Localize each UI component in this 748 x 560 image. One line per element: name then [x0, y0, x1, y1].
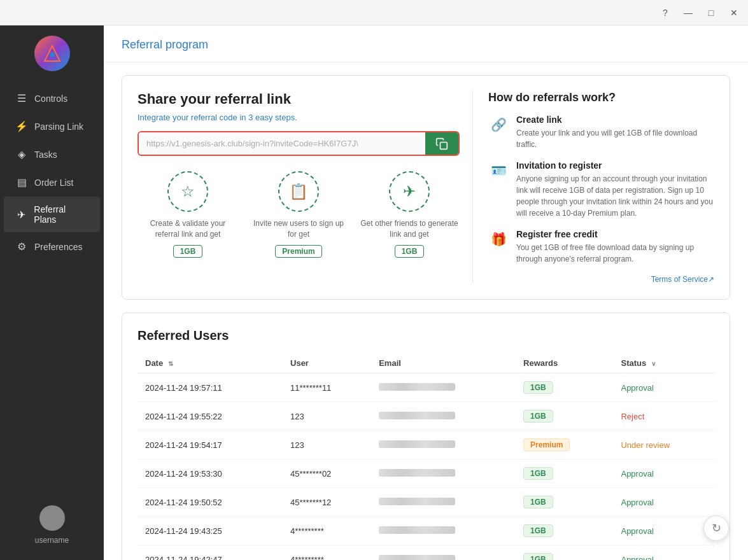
how-icon-2: 🎁 [488, 229, 509, 249]
cell-user: 4********* [283, 517, 371, 545]
table-row: 2024-11-24 19:54:17 123 Premium Under re… [138, 431, 714, 459]
how-item-title-2: Register free credit [516, 229, 714, 239]
cell-status: Approval [613, 459, 714, 488]
status-text: Approval [621, 469, 653, 479]
cell-user: 45*******12 [283, 488, 371, 517]
cell-status: Approval [613, 374, 714, 402]
copy-link-button[interactable] [425, 132, 458, 155]
minimize-button[interactable]: — [682, 6, 695, 19]
referral-card: Share your referral link Integrate your … [122, 75, 730, 300]
how-item-title-1: Invitation to register [516, 160, 714, 171]
sidebar-item-order-list[interactable]: ▤Order List [4, 169, 100, 196]
terms-link[interactable]: Terms of Service↗ [488, 275, 714, 284]
svg-rect-3 [441, 142, 448, 149]
reward-badge: Premium [523, 438, 570, 451]
col-email: Email [371, 353, 516, 374]
step-badge-0: 1GB [173, 245, 203, 258]
cell-date: 2024-11-24 19:53:30 [138, 459, 283, 488]
table-row: 2024-11-24 19:42:47 4********* 1GB Appro… [138, 545, 714, 561]
reward-badge: 1GB [523, 381, 553, 394]
status-text: Approval [621, 383, 653, 393]
cell-email [371, 402, 516, 431]
tasks-icon: ◈ [15, 148, 28, 160]
sidebar-item-label: Parsing Link [34, 122, 83, 132]
cell-email [371, 545, 516, 561]
referred-title: Referred Users [138, 328, 714, 343]
step-circle-0: ☆ [167, 171, 208, 212]
how-item-desc-0: Create your link and you will get 1GB of… [516, 127, 714, 150]
sidebar-item-parsing-link[interactable]: ⚡Parsing Link [4, 113, 100, 140]
cell-date: 2024-11-24 19:55:22 [138, 402, 283, 431]
cell-date: 2024-11-24 19:43:25 [138, 517, 283, 545]
col-status: Status ∨ [613, 353, 714, 374]
referred-users-table: Date ⇅ User Email Rewards Status ∨ 2024-… [138, 353, 714, 560]
cell-email [371, 459, 516, 488]
email-blur [379, 412, 455, 419]
cell-user: 123 [283, 402, 371, 431]
preferences-icon: ⚙ [15, 241, 28, 253]
sidebar-item-controls[interactable]: ☰Controls [4, 85, 100, 112]
step-item-1: 📋 Invite new users to sign up for get Pr… [248, 171, 349, 258]
email-blur [379, 469, 455, 477]
share-subtitle: Integrate your referral code in 3 easy s… [138, 113, 460, 122]
cell-status: Approval [613, 517, 714, 545]
how-item-desc-1: Anyone signing up for an account through… [516, 173, 714, 219]
sidebar-item-label: Order List [34, 178, 73, 188]
page-header: Referral program [104, 25, 748, 62]
cell-user: 123 [283, 431, 371, 459]
cell-reward: 1GB [516, 488, 613, 517]
copy-icon [435, 137, 448, 150]
cell-reward: Premium [516, 431, 613, 459]
reward-badge: 1GB [523, 553, 553, 560]
controls-icon: ☰ [15, 92, 28, 104]
sidebar-item-label: Preferences [34, 242, 82, 252]
scroll-button[interactable]: ↻ [703, 515, 729, 541]
table-header-row: Date ⇅ User Email Rewards Status ∨ [138, 353, 714, 374]
how-title: How do referrals work? [488, 91, 714, 104]
cell-user: 11*******11 [283, 374, 371, 402]
app-body: ☰Controls⚡Parsing Link◈Tasks▤Order List✈… [0, 25, 748, 560]
steps-row: ☆ Create & validate your referral link a… [138, 171, 460, 258]
status-text: Approval [621, 498, 653, 507]
sidebar-username: username [0, 536, 104, 550]
cell-status: Under review [613, 431, 714, 459]
step-badge-1: Premium [275, 245, 321, 258]
step-desc-1: Invite new users to sign up for get [248, 218, 349, 240]
referred-users-card: Referred Users Date ⇅ User Email Rewards… [122, 312, 730, 560]
how-item-1: 🪪 Invitation to register Anyone signing … [488, 160, 714, 219]
maximize-button[interactable]: □ [705, 6, 717, 19]
close-button[interactable]: ✕ [728, 6, 740, 19]
how-item-content-2: Register free credit You get 1GB of free… [516, 229, 714, 265]
col-date: Date ⇅ [138, 353, 283, 374]
cell-status: Reject [613, 402, 714, 431]
cell-date: 2024-11-24 19:54:17 [138, 431, 283, 459]
sidebar-item-label: Referral Plans [34, 204, 88, 225]
sidebar-item-preferences[interactable]: ⚙Preferences [4, 233, 100, 260]
cell-email [371, 517, 516, 545]
step-desc-0: Create & validate your referral link and… [138, 218, 238, 240]
cell-date: 2024-11-24 19:57:11 [138, 374, 283, 402]
link-input-wrapper [138, 131, 460, 156]
referral-link-input[interactable] [139, 132, 425, 155]
sidebar-item-referral-plans[interactable]: ✈Referral Plans [4, 197, 100, 232]
sort-icon: ⇅ [168, 360, 173, 367]
sidebar-item-label: Controls [34, 94, 67, 104]
col-rewards: Rewards [516, 353, 613, 374]
cell-email [371, 431, 516, 459]
email-blur [379, 526, 455, 534]
referral-left: Share your referral link Integrate your … [138, 91, 460, 284]
cell-email [371, 374, 516, 402]
how-item-content-1: Invitation to register Anyone signing up… [516, 160, 714, 219]
reward-badge: 1GB [523, 496, 553, 508]
step-circle-2: ✈ [389, 171, 430, 212]
svg-point-2 [50, 52, 55, 57]
how-item-content-0: Create link Create your link and you wil… [516, 115, 714, 150]
content-body: Share your referral link Integrate your … [104, 62, 748, 560]
help-button[interactable]: ? [659, 6, 672, 19]
table-row: 2024-11-24 19:57:11 11*******11 1GB Appr… [138, 374, 714, 402]
titlebar: ? — □ ✕ [0, 0, 748, 25]
table-row: 2024-11-24 19:43:25 4********* 1GB Appro… [138, 517, 714, 545]
main-content: Referral program Share your referral lin… [104, 25, 748, 560]
sidebar-item-tasks[interactable]: ◈Tasks [4, 141, 100, 168]
cell-user: 45*******02 [283, 459, 371, 488]
